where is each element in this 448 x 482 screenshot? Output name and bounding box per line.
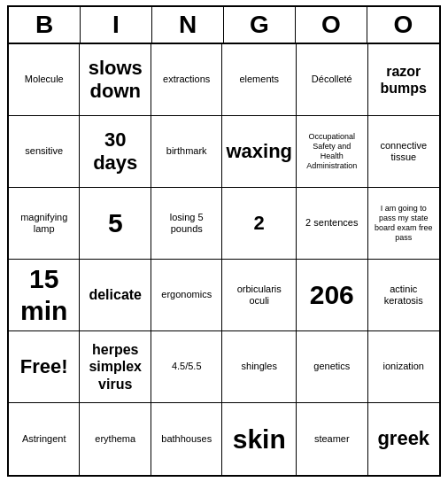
bingo-cell: Molecule: [9, 44, 80, 116]
bingo-cell: 30 days: [80, 116, 151, 188]
bingo-cell: slows down: [80, 44, 151, 116]
bingo-cell: Décolleté: [297, 44, 367, 116]
bingo-cell: sensitive: [9, 116, 80, 188]
bingo-cell: waxing: [222, 116, 297, 188]
header-letter: O: [367, 7, 439, 43]
bingo-cell: 4.5/5.5: [151, 331, 222, 403]
bingo-cell: steamer: [297, 403, 367, 475]
bingo-cell: skin: [222, 403, 297, 475]
bingo-cell: birthmark: [151, 116, 222, 188]
bingo-cell: losing 5 pounds: [151, 188, 222, 260]
bingo-cell: extractions: [151, 44, 222, 116]
bingo-cell: delicate: [80, 260, 151, 331]
header-letter: I: [81, 7, 152, 43]
bingo-cell: shingles: [222, 331, 297, 403]
header-letter: N: [152, 7, 224, 43]
bingo-cell: 5: [80, 188, 151, 260]
bingo-cell: razor bumps: [368, 44, 439, 116]
bingo-card: BINGOO Moleculeslows downextractionselem…: [7, 5, 441, 477]
bingo-cell: Free!: [9, 331, 80, 403]
bingo-cell: I am going to pass my state board exam f…: [368, 188, 439, 260]
bingo-cell: ergonomics: [151, 260, 222, 331]
header-letter: B: [9, 7, 81, 43]
bingo-cell: 15 min: [9, 260, 80, 331]
bingo-cell: ionization: [368, 331, 439, 403]
bingo-cell: herpes simplex virus: [80, 331, 151, 403]
bingo-cell: 2 sentences: [297, 188, 367, 260]
bingo-cell: elements: [222, 44, 297, 116]
bingo-cell: 206: [297, 260, 367, 331]
bingo-cell: 2: [222, 188, 297, 260]
bingo-cell: magnifying lamp: [9, 188, 80, 260]
bingo-cell: actinic keratosis: [368, 260, 439, 331]
bingo-cell: bathhouses: [151, 403, 222, 475]
bingo-cell: Astringent: [9, 403, 80, 475]
bingo-grid: Moleculeslows downextractionselementsDéc…: [9, 44, 439, 475]
header-letter: G: [224, 7, 296, 43]
bingo-cell: orbicularis oculi: [222, 260, 297, 331]
bingo-header: BINGOO: [9, 7, 439, 44]
bingo-cell: greek: [368, 403, 439, 475]
bingo-cell: genetics: [297, 331, 367, 403]
bingo-cell: erythema: [80, 403, 151, 475]
bingo-cell: Occupational Safety and Health Administr…: [297, 116, 367, 188]
header-letter: O: [296, 7, 367, 43]
bingo-cell: connective tissue: [368, 116, 439, 188]
